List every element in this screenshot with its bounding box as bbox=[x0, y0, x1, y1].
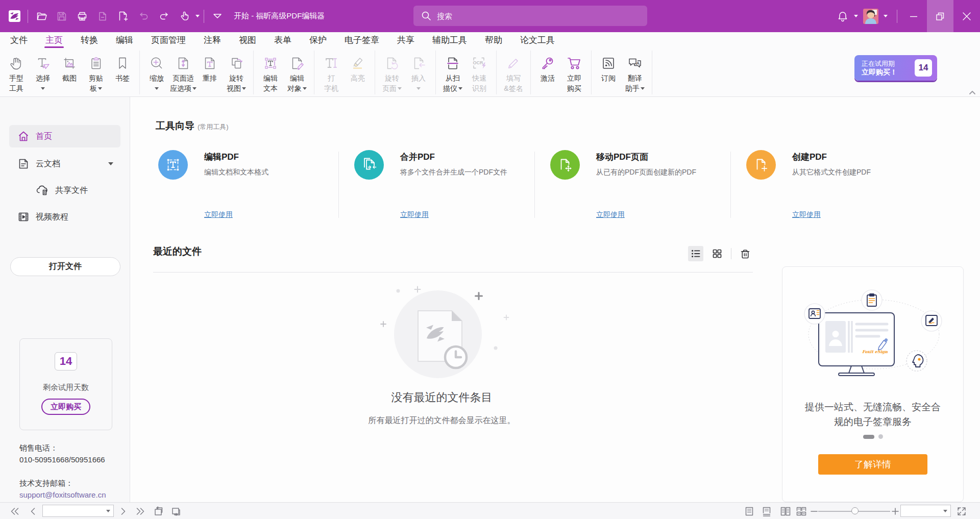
ribbon-rotateview-button[interactable]: 旋转视图 bbox=[223, 50, 250, 93]
open-file-button[interactable]: 打开文件 bbox=[10, 257, 120, 276]
ribbon-fitpage-button[interactable]: 页面适应选项 bbox=[170, 50, 197, 93]
ribbon-reflow-button[interactable]: 重排 bbox=[197, 50, 223, 83]
menu-tab-保护[interactable]: 保护 bbox=[309, 32, 327, 50]
zoom-slider-handle[interactable] bbox=[851, 507, 859, 514]
page-delete-icon[interactable] bbox=[92, 8, 113, 25]
buy-now-button[interactable]: 立即购买 bbox=[41, 399, 90, 415]
ribbon-collapse-icon[interactable] bbox=[969, 90, 976, 95]
ribbon-cart-button[interactable]: 立即购买 bbox=[561, 50, 587, 93]
dot-inactive[interactable] bbox=[878, 434, 883, 439]
ribbon-zoom-button[interactable]: 缩放 bbox=[143, 50, 170, 93]
combo-caret-icon[interactable] bbox=[106, 510, 110, 512]
zoom-in-icon[interactable] bbox=[891, 503, 899, 519]
ribbon-highlight-button[interactable]: 高亮 bbox=[345, 50, 371, 83]
trial-banner[interactable]: 正在试用期 立即购买！ 14 bbox=[854, 55, 937, 81]
menu-tab-转换[interactable]: 转换 bbox=[81, 32, 98, 50]
menu-tab-共享[interactable]: 共享 bbox=[397, 32, 414, 50]
ribbon-subscribe-button[interactable]: 订阅 bbox=[595, 50, 622, 83]
menu-tab-辅助工具[interactable]: 辅助工具 bbox=[432, 32, 467, 50]
editpdf-icon[interactable] bbox=[158, 150, 188, 180]
carousel-dots[interactable] bbox=[782, 434, 963, 439]
ribbon-fillsign-button[interactable]: 填写&签名 bbox=[500, 50, 527, 93]
menu-tab-视图[interactable]: 视图 bbox=[239, 32, 256, 50]
use-now-link[interactable]: 立即使用 bbox=[204, 210, 233, 219]
clouddoc-caret-icon[interactable] bbox=[108, 162, 113, 165]
prev-view-icon[interactable] bbox=[153, 503, 164, 519]
fullscreen-icon[interactable] bbox=[955, 503, 968, 519]
ribbon-editobject-button[interactable]: 编辑对象 bbox=[284, 50, 310, 93]
first-page-icon[interactable] bbox=[10, 503, 19, 519]
menu-tab-电子签章[interactable]: 电子签章 bbox=[345, 32, 379, 50]
ribbon-activate-button[interactable]: 激活 bbox=[534, 50, 561, 83]
dot-active[interactable] bbox=[863, 435, 874, 439]
sidebar-item-云文档[interactable]: 云文档 bbox=[9, 153, 120, 175]
touch-mode-caret-icon[interactable] bbox=[195, 15, 200, 17]
menu-tab-注释[interactable]: 注释 bbox=[204, 32, 221, 50]
quick-access-menu-icon[interactable] bbox=[207, 8, 228, 25]
menu-tab-表单[interactable]: 表单 bbox=[274, 32, 291, 50]
zoom-out-icon[interactable] bbox=[810, 503, 818, 519]
zoom-slider[interactable] bbox=[818, 511, 890, 512]
ribbon-typewriter-button[interactable]: 打字机 bbox=[318, 50, 345, 93]
learn-more-button[interactable]: 了解详情 bbox=[818, 454, 927, 475]
ribbon-snapshot-button[interactable]: 截图 bbox=[56, 50, 83, 83]
sidebar-item-视频教程[interactable]: 视频教程 bbox=[9, 206, 120, 228]
search-input[interactable] bbox=[437, 12, 631, 20]
next-view-icon[interactable] bbox=[170, 503, 182, 519]
createpdf-icon[interactable] bbox=[746, 150, 776, 180]
use-now-link[interactable]: 立即使用 bbox=[792, 210, 821, 219]
menu-tab-文件[interactable]: 文件 bbox=[10, 32, 28, 50]
ribbon-clipboard-button[interactable]: 剪贴板 bbox=[83, 50, 109, 93]
page-combo[interactable] bbox=[42, 505, 114, 517]
use-now-link[interactable]: 立即使用 bbox=[400, 210, 429, 219]
menu-tab-论文工具[interactable]: 论文工具 bbox=[520, 32, 555, 50]
list-view-button[interactable] bbox=[688, 246, 703, 261]
next-page-icon[interactable] bbox=[120, 503, 127, 519]
single-page-icon[interactable] bbox=[744, 503, 754, 519]
touch-mode-icon[interactable] bbox=[174, 8, 194, 25]
facing-icon[interactable] bbox=[780, 503, 791, 519]
close-button[interactable] bbox=[953, 0, 980, 32]
avatar[interactable] bbox=[863, 9, 878, 24]
ribbon-insertpage-button[interactable]: 插入 bbox=[405, 50, 432, 93]
redo-icon[interactable] bbox=[154, 8, 174, 25]
menu-tab-主页[interactable]: 主页 bbox=[45, 32, 63, 50]
sidebar-item-共享文件[interactable]: 共享文件 bbox=[9, 180, 120, 201]
ribbon-bookmark-button[interactable]: 书签 bbox=[109, 50, 136, 83]
avatar-caret-icon[interactable] bbox=[884, 15, 888, 17]
use-now-link[interactable]: 立即使用 bbox=[596, 210, 625, 219]
ribbon-scanner-button[interactable]: 从扫描仪 bbox=[439, 50, 466, 93]
menu-tab-编辑[interactable]: 编辑 bbox=[116, 32, 133, 50]
movepdf-icon[interactable] bbox=[550, 150, 580, 180]
continuous-icon[interactable] bbox=[762, 503, 772, 519]
page-add-icon[interactable] bbox=[113, 8, 133, 25]
facing-continuous-icon[interactable] bbox=[796, 503, 807, 519]
restore-button[interactable] bbox=[927, 0, 953, 32]
notification-bell-icon[interactable] bbox=[832, 8, 853, 25]
mergepdf-icon[interactable] bbox=[354, 150, 384, 180]
zoom-combo[interactable] bbox=[900, 505, 951, 517]
search-box[interactable] bbox=[413, 6, 647, 26]
view-separator bbox=[731, 248, 731, 259]
ribbon-edittext-button[interactable]: 编辑文本 bbox=[257, 50, 284, 93]
ribbon-ocr-button[interactable]: OCR快速识别 bbox=[466, 50, 493, 93]
support-email-link[interactable]: support@foxitsoftware.cn bbox=[19, 489, 106, 501]
delete-recent-button[interactable] bbox=[738, 246, 753, 261]
print-icon[interactable] bbox=[72, 8, 92, 25]
sidebar-item-首页[interactable]: 首页 bbox=[9, 125, 120, 147]
ribbon-rotatepage-button[interactable]: 旋转页面 bbox=[379, 50, 405, 93]
ribbon-hand-button[interactable]: 手型工具 bbox=[3, 50, 30, 93]
grid-view-button[interactable] bbox=[709, 246, 725, 261]
ribbon-translate-button[interactable]: A翻译助手 bbox=[622, 50, 648, 93]
last-page-icon[interactable] bbox=[136, 503, 145, 519]
minimize-button[interactable] bbox=[900, 0, 927, 32]
bell-caret-icon[interactable] bbox=[854, 15, 858, 17]
undo-icon[interactable] bbox=[133, 8, 154, 25]
ribbon-select-button[interactable]: 选择 bbox=[30, 50, 56, 93]
combo-caret-icon[interactable] bbox=[943, 510, 947, 512]
prev-page-icon[interactable] bbox=[30, 503, 36, 519]
open-folder-icon[interactable] bbox=[31, 8, 52, 25]
save-icon[interactable] bbox=[52, 8, 72, 25]
menu-tab-页面管理[interactable]: 页面管理 bbox=[151, 32, 186, 50]
menu-tab-帮助[interactable]: 帮助 bbox=[485, 32, 502, 50]
